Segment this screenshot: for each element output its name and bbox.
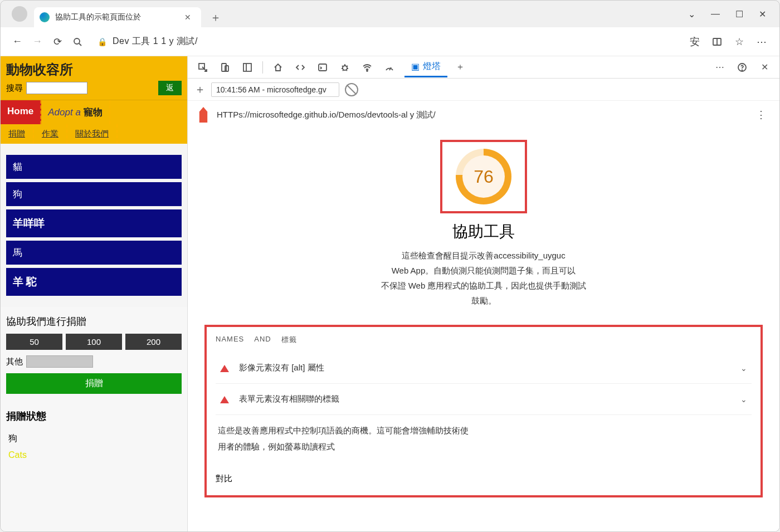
devtools-help-button[interactable] — [733, 58, 752, 76]
book-icon — [712, 37, 722, 47]
donate-submit-button[interactable]: 捐贈 — [6, 373, 182, 394]
score-gauge: 76 — [456, 149, 511, 204]
devtools-close-button[interactable]: ✕ — [755, 58, 774, 76]
nav-home[interactable]: Home — [1, 100, 41, 124]
audit-item[interactable]: 影像元素沒有 [alt] 屬性 ⌄ — [216, 353, 752, 384]
console-tab[interactable] — [313, 58, 332, 76]
lighthouse-report: 76 協助工具 這些檢查會醒目提示改善accessibility_uyguc W… — [188, 129, 779, 531]
edge-favicon-icon — [40, 12, 50, 22]
page-content: 動物收容所 搜尋 返 Home Adopt a 寵物 捐贈 作業 關於我們 貓 … — [1, 56, 188, 531]
lighthouse-tab[interactable]: ▣ 燈塔 — [404, 57, 447, 77]
donate-amount-50[interactable]: 50 — [6, 334, 62, 350]
lighthouse-logo-icon — [197, 107, 210, 123]
audit-title: 影像元素沒有 [alt] 屬性 — [239, 363, 324, 373]
report-selector[interactable]: 10:41:56 AM - microsoftedge.gv — [211, 82, 339, 97]
dock-icon — [242, 62, 252, 72]
refresh-button[interactable]: ⟳ — [47, 32, 67, 52]
chevron-down-icon: ⌄ — [740, 395, 747, 404]
score-category-title: 協助工具 — [452, 221, 515, 242]
help-icon — [737, 62, 747, 72]
svg-line-1 — [79, 43, 81, 46]
device-toggle-button[interactable] — [216, 58, 235, 76]
wifi-icon — [362, 62, 372, 72]
status-row: 狗 — [6, 429, 182, 448]
audit-item[interactable]: 表單元素沒有相關聯的標籤 ⌄ — [216, 384, 752, 415]
primary-nav: Home Adopt a 寵物 — [1, 100, 187, 124]
window-minimize-button[interactable]: — — [711, 9, 720, 19]
category-list: 貓 狗 羊咩咩 馬 羊 駝 — [1, 144, 187, 307]
profile-avatar[interactable] — [12, 6, 27, 22]
nav-about[interactable]: 關於我們 — [67, 124, 118, 144]
elements-tab[interactable] — [291, 58, 310, 76]
secondary-nav: 捐贈 作業 關於我們 — [1, 124, 187, 144]
minimize-all-icon[interactable]: ⌄ — [688, 9, 695, 19]
search-button[interactable] — [67, 32, 87, 52]
browser-tab[interactable]: 協助工具的示範頁面位於 ✕ — [34, 7, 201, 27]
svg-rect-6 — [225, 66, 228, 71]
console-icon — [318, 62, 328, 72]
svg-point-11 — [367, 70, 368, 71]
report-menu-button[interactable]: ⋮ — [752, 106, 771, 123]
tested-url: HTTPs://microsoftedge.github.io/Demos/de… — [217, 110, 436, 120]
browser-toolbar: ← → ⟳ 🔒 Dev 工具 1 1 y 測試/ 安 ☆ ⋯ — [1, 27, 779, 56]
welcome-tab[interactable] — [269, 58, 287, 76]
back-button[interactable]: ← — [7, 32, 27, 52]
window-titlebar: 協助工具的示範頁面位於 ✕ ＋ ⌄ — ☐ ✕ — [1, 1, 779, 27]
search-go-button[interactable]: 返 — [158, 81, 182, 95]
audit-title: 表單元素沒有相關聯的標籤 — [239, 394, 339, 404]
gauge-icon — [384, 62, 394, 72]
nav-jobs[interactable]: 作業 — [34, 124, 67, 144]
search-label: 搜尋 — [6, 83, 23, 94]
svg-rect-9 — [319, 64, 326, 71]
report-url-row: HTTPs://microsoftedge.github.io/Demos/de… — [188, 101, 779, 129]
network-tab[interactable] — [358, 58, 377, 76]
sources-tab[interactable] — [335, 58, 354, 76]
site-title: 動物收容所 — [6, 61, 182, 79]
score-description: 這些檢查會醒目提示改善accessibility_uyguc Web App。自… — [381, 248, 587, 308]
category-item[interactable]: 羊 駝 — [6, 268, 182, 296]
clear-report-button[interactable] — [345, 83, 358, 96]
window-close-button[interactable]: ✕ — [759, 9, 766, 19]
menu-button[interactable]: ⋯ — [750, 32, 773, 52]
translate-button[interactable]: 安 — [684, 32, 706, 52]
search-input[interactable] — [26, 82, 87, 94]
donate-other-input[interactable] — [26, 355, 93, 368]
status-title: 捐贈狀態 — [6, 409, 182, 423]
performance-tab[interactable] — [380, 58, 399, 76]
donate-section: 協助我們進行捐贈 50 100 200 其他 捐贈 — [1, 307, 187, 402]
svg-point-14 — [742, 70, 743, 70]
category-item[interactable]: 狗 — [6, 182, 182, 206]
donate-amount-200[interactable]: 200 — [125, 334, 182, 350]
bug-icon — [340, 62, 350, 72]
inspect-element-button[interactable] — [193, 58, 212, 76]
contrast-group-label: 對比 — [216, 457, 752, 484]
tab-close-button[interactable]: ✕ — [182, 13, 193, 22]
reader-button[interactable] — [706, 32, 728, 52]
favorite-button[interactable]: ☆ — [728, 32, 750, 52]
category-item[interactable]: 羊咩咩 — [6, 209, 182, 237]
forward-button: → — [27, 32, 47, 52]
nav-adopt[interactable]: Adopt a 寵物 — [41, 100, 110, 124]
chevron-down-icon: ⌄ — [740, 364, 747, 373]
category-item[interactable]: 馬 — [6, 241, 182, 265]
inspect-icon — [198, 62, 208, 72]
address-text: Dev 工具 1 1 y 測試/ — [113, 36, 198, 47]
devtools-more-button[interactable]: ⋯ — [710, 58, 729, 76]
dock-button[interactable] — [238, 58, 257, 76]
devtools-tabstrip: ▣ 燈塔 ＋ ⋯ ✕ — [188, 56, 779, 79]
address-bar[interactable]: 🔒 Dev 工具 1 1 y 測試/ — [92, 32, 679, 51]
new-tab-button[interactable]: ＋ — [206, 8, 226, 27]
more-tabs-button[interactable]: ＋ — [451, 58, 470, 76]
fail-triangle-icon — [220, 392, 229, 403]
category-item[interactable]: 貓 — [6, 155, 182, 179]
home-icon — [273, 62, 283, 72]
window-maximize-button[interactable]: ☐ — [735, 9, 743, 19]
donate-amount-100[interactable]: 100 — [66, 334, 122, 350]
new-report-button[interactable]: ＋ — [194, 82, 206, 97]
svg-point-0 — [74, 38, 80, 44]
search-icon — [72, 37, 82, 47]
device-icon — [220, 62, 230, 72]
lighthouse-tab-label: 燈塔 — [423, 61, 441, 72]
lighthouse-icon: ▣ — [411, 61, 420, 72]
status-section: 捐贈狀態 狗 Cats — [1, 402, 187, 470]
